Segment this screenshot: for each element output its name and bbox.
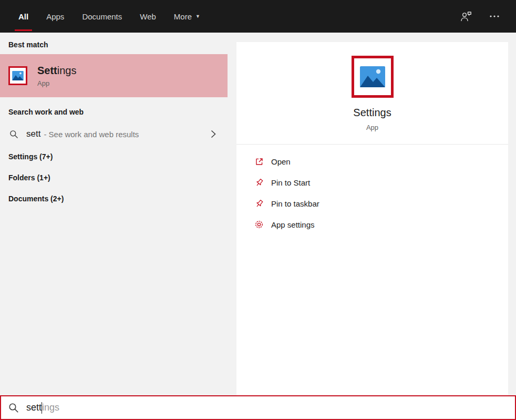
tab-all[interactable]: All — [14, 0, 33, 33]
search-results-area: Best match Settings App Search work a — [0, 33, 516, 395]
action-app-settings-label: App settings — [271, 220, 315, 229]
result-title: Settings — [37, 64, 77, 77]
action-app-settings[interactable]: App settings — [236, 214, 508, 235]
group-documents[interactable]: Documents (2+) — [0, 188, 228, 209]
app-type: App — [366, 124, 378, 131]
result-title-rest: ings — [57, 65, 77, 76]
group-documents-label: Documents (2+) — [8, 194, 64, 203]
action-pin-taskbar-label: Pin to taskbar — [271, 199, 319, 208]
group-settings[interactable]: Settings (7+) — [0, 146, 228, 167]
results-panel: Best match Settings App Search work a — [0, 33, 228, 395]
result-title-match: Sett — [37, 65, 57, 76]
web-suggestion-row[interactable]: sett - See work and web results — [0, 122, 228, 146]
suggestion-hint: - See work and web results — [44, 130, 139, 139]
action-pin-to-taskbar[interactable]: Pin to taskbar — [236, 193, 508, 214]
topbar-icons — [459, 0, 501, 33]
filter-tabs: All Apps Documents Web More ▼ — [14, 0, 214, 33]
action-pin-to-start[interactable]: Pin to Start — [236, 172, 508, 193]
feedback-icon[interactable] — [459, 10, 473, 23]
chevron-right-icon[interactable] — [209, 128, 218, 140]
action-pin-start-label: Pin to Start — [271, 178, 310, 187]
pin-icon — [254, 199, 264, 208]
start-search-window: All Apps Documents Web More ▼ — [0, 0, 516, 420]
best-match-text: Settings App — [37, 64, 77, 87]
more-options-icon[interactable] — [488, 10, 501, 23]
chevron-down-icon: ▼ — [195, 14, 200, 19]
search-icon — [9, 130, 18, 139]
tab-more-label: More — [174, 12, 192, 21]
tab-documents[interactable]: Documents — [78, 0, 126, 33]
preview-panel: Settings App Open — [228, 33, 516, 395]
tab-apps[interactable]: Apps — [42, 0, 68, 33]
preview-card: Settings App Open — [236, 42, 508, 395]
app-name: Settings — [353, 107, 391, 119]
open-icon — [254, 157, 264, 166]
tab-documents-label: Documents — [82, 12, 122, 21]
pin-icon — [254, 178, 264, 187]
action-list: Open Pin to Start — [236, 145, 508, 235]
best-match-header: Best match — [0, 33, 228, 54]
tab-web[interactable]: Web — [136, 0, 160, 33]
search-box[interactable]: sett ings — [0, 395, 516, 420]
group-settings-label: Settings (7+) — [8, 152, 53, 161]
best-match-result[interactable]: Settings App — [0, 54, 228, 97]
suggestion-query: sett — [26, 129, 40, 139]
search-input-text: sett — [26, 402, 42, 413]
tab-more[interactable]: More ▼ — [170, 0, 204, 33]
settings-app-icon — [8, 66, 27, 85]
tab-web-label: Web — [140, 12, 156, 21]
search-icon — [8, 403, 19, 413]
search-filter-bar: All Apps Documents Web More ▼ — [0, 0, 516, 33]
gear-icon — [254, 220, 264, 229]
action-open-label: Open — [271, 157, 291, 166]
search-autocomplete-text: ings — [42, 402, 59, 413]
tab-apps-label: Apps — [46, 12, 64, 21]
action-open[interactable]: Open — [236, 151, 508, 172]
search-web-header: Search work and web — [0, 97, 228, 122]
group-folders-label: Folders (1+) — [8, 173, 50, 182]
tab-all-label: All — [18, 12, 28, 21]
group-folders[interactable]: Folders (1+) — [0, 167, 228, 188]
result-type: App — [37, 79, 77, 87]
settings-app-icon-large — [352, 56, 394, 98]
